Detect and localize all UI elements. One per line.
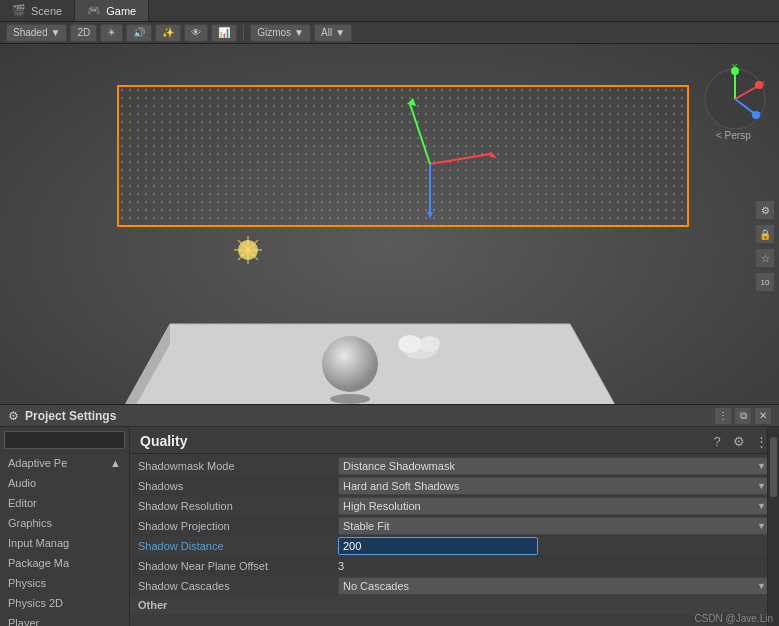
panel-body: Adaptive Pe ▲ Audio Editor Graphics Inpu… bbox=[0, 427, 779, 626]
shadow-projection-arrow: ▼ bbox=[757, 521, 766, 531]
gizmos-arrow-icon: ▼ bbox=[294, 27, 304, 38]
scene-canvas: Y X Z < Persp bbox=[0, 44, 779, 448]
adaptive-pe-label: Adaptive Pe bbox=[8, 457, 67, 469]
shadow-cascades-label: Shadow Cascades bbox=[138, 580, 338, 592]
shadow-resolution-text: High Resolution bbox=[343, 500, 421, 512]
panel-gear-icon: ⚙ bbox=[8, 409, 19, 423]
shadow-cascades-dropdown[interactable]: No Cascades ▼ bbox=[338, 577, 771, 595]
shadow-projection-label: Shadow Projection bbox=[138, 520, 338, 532]
settings-icon[interactable]: ⚙ bbox=[731, 433, 747, 449]
settings-title: Quality bbox=[140, 433, 187, 449]
sidebar-item-player[interactable]: Player bbox=[0, 613, 129, 626]
shadowmask-mode-dropdown[interactable]: Distance Shadowmask ▼ bbox=[338, 457, 771, 475]
svg-text:Y: Y bbox=[732, 62, 738, 71]
shadow-projection-text: Stable Fit bbox=[343, 520, 389, 532]
all-dropdown[interactable]: All ▼ bbox=[314, 24, 352, 42]
shadow-projection-dropdown[interactable]: Stable Fit ▼ bbox=[338, 517, 771, 535]
tab-game[interactable]: 🎮 Game bbox=[75, 0, 149, 21]
effects-btn[interactable]: ✨ bbox=[155, 24, 181, 42]
stats-btn[interactable]: 📊 bbox=[211, 24, 237, 42]
shadow-resolution-dropdown[interactable]: High Resolution ▼ bbox=[338, 497, 771, 515]
panel-close-btn[interactable]: ✕ bbox=[755, 408, 771, 424]
shadow-cascades-arrow: ▼ bbox=[757, 581, 766, 591]
sidebar-item-editor[interactable]: Editor bbox=[0, 493, 129, 513]
svg-point-19 bbox=[322, 336, 378, 392]
search-input[interactable] bbox=[4, 431, 125, 449]
watermark: CSDN @Jave.Lin bbox=[694, 613, 773, 624]
panel-float-btn[interactable]: ⧉ bbox=[735, 408, 751, 424]
shadow-resolution-label: Shadow Resolution bbox=[138, 500, 338, 512]
game-tab-label: Game bbox=[106, 5, 136, 17]
physics-label: Physics bbox=[8, 577, 46, 589]
settings-scroll[interactable]: Shadowmask Mode Distance Shadowmask ▼ Sh… bbox=[130, 454, 779, 626]
right-tool-4[interactable]: 10 bbox=[755, 272, 775, 292]
shaded-dropdown[interactable]: Shaded ▼ bbox=[6, 24, 67, 42]
right-tool-1[interactable]: ⚙ bbox=[755, 200, 775, 220]
settings-header: Quality ? ⚙ ⋮ bbox=[130, 427, 779, 454]
svg-text:Z: Z bbox=[756, 110, 761, 119]
scrollbar-thumb[interactable] bbox=[770, 437, 777, 497]
row-other-header: Other bbox=[130, 596, 779, 614]
svg-point-20 bbox=[330, 394, 370, 404]
sidebar-item-graphics[interactable]: Graphics bbox=[0, 513, 129, 533]
shadow-resolution-value: High Resolution ▼ bbox=[338, 497, 771, 515]
row-shadow-resolution: Shadow Resolution High Resolution ▼ bbox=[130, 496, 779, 516]
shadows-dropdown-arrow: ▼ bbox=[757, 481, 766, 491]
all-label: All bbox=[321, 27, 332, 38]
audio-btn[interactable]: 🔊 bbox=[126, 24, 152, 42]
shadowmask-mode-text: Distance Shadowmask bbox=[343, 460, 455, 472]
shadow-projection-value: Stable Fit ▼ bbox=[338, 517, 771, 535]
viewport-toolbar: Shaded ▼ 2D ☀ 🔊 ✨ 👁 📊 Gizmos ▼ All ▼ bbox=[0, 22, 779, 44]
panel-titlebar: ⚙ Project Settings ⋮ ⧉ ✕ bbox=[0, 405, 779, 427]
sidebar-item-audio[interactable]: Audio bbox=[0, 473, 129, 493]
right-tool-2[interactable]: 🔒 bbox=[755, 224, 775, 244]
panel-menu-btn[interactable]: ⋮ bbox=[715, 408, 731, 424]
sidebar-item-input-manag[interactable]: Input Manag bbox=[0, 533, 129, 553]
audio-label: Audio bbox=[8, 477, 36, 489]
shadows-dropdown[interactable]: Hard and Soft Shadows ▼ bbox=[338, 477, 771, 495]
right-toolbar: ⚙ 🔒 ☆ 10 bbox=[755, 200, 775, 292]
settings-sidebar: Adaptive Pe ▲ Audio Editor Graphics Inpu… bbox=[0, 427, 130, 626]
player-label: Player bbox=[8, 617, 39, 626]
shadowmask-dropdown-arrow: ▼ bbox=[757, 461, 766, 471]
panel-controls: ⋮ ⧉ ✕ bbox=[715, 408, 771, 424]
row-shadows: Shadows Hard and Soft Shadows ▼ bbox=[130, 476, 779, 496]
physics2d-label: Physics 2D bbox=[8, 597, 63, 609]
tab-scene[interactable]: 🎬 Scene bbox=[0, 0, 75, 21]
shaded-arrow-icon: ▼ bbox=[50, 27, 60, 38]
scene-tab-label: Scene bbox=[31, 5, 62, 17]
right-tool-3[interactable]: ☆ bbox=[755, 248, 775, 268]
shadow-near-plane-value: 3 bbox=[338, 559, 771, 573]
2d-toggle[interactable]: 2D bbox=[70, 24, 97, 42]
shadows-label: Shadows bbox=[138, 480, 338, 492]
shadowmask-mode-label: Shadowmask Mode bbox=[138, 460, 338, 472]
svg-rect-3 bbox=[118, 86, 688, 226]
viewport[interactable]: Y X Z < Persp ⚙ 🔒 ☆ 10 bbox=[0, 44, 779, 448]
shadow-distance-input[interactable] bbox=[338, 537, 538, 555]
help-icon[interactable]: ? bbox=[709, 433, 725, 449]
project-settings-panel: ⚙ Project Settings ⋮ ⧉ ✕ Adaptive Pe ▲ A… bbox=[0, 404, 779, 626]
svg-text:X: X bbox=[760, 79, 766, 88]
settings-icons: ? ⚙ ⋮ bbox=[709, 433, 769, 449]
hide-btn[interactable]: 👁 bbox=[184, 24, 208, 42]
svg-point-23 bbox=[420, 336, 440, 352]
row-shadowmask-mode: Shadowmask Mode Distance Shadowmask ▼ bbox=[130, 456, 779, 476]
shadow-resolution-arrow: ▼ bbox=[757, 501, 766, 511]
svg-text:< Persp: < Persp bbox=[716, 130, 751, 141]
shadow-cascades-value: No Cascades ▼ bbox=[338, 577, 771, 595]
shadow-near-plane-label: Shadow Near Plane Offset bbox=[138, 560, 338, 572]
shadow-distance-value bbox=[338, 537, 771, 555]
lighting-btn[interactable]: ☀ bbox=[100, 24, 123, 42]
sidebar-item-physics2d[interactable]: Physics 2D bbox=[0, 593, 129, 613]
gizmos-label: Gizmos bbox=[257, 27, 291, 38]
svg-point-22 bbox=[398, 335, 422, 353]
scrollbar[interactable] bbox=[767, 427, 779, 626]
sidebar-item-physics[interactable]: Physics bbox=[0, 573, 129, 593]
sidebar-item-adaptive-pe[interactable]: Adaptive Pe ▲ bbox=[0, 453, 129, 473]
shadow-near-plane-text: 3 bbox=[338, 560, 344, 572]
game-tab-icon: 🎮 bbox=[87, 4, 101, 17]
sidebar-item-package-ma[interactable]: Package Ma bbox=[0, 553, 129, 573]
gizmos-dropdown[interactable]: Gizmos ▼ bbox=[250, 24, 311, 42]
row-shadow-distance: Shadow Distance bbox=[130, 536, 779, 556]
scene-tab-icon: 🎬 bbox=[12, 4, 26, 17]
